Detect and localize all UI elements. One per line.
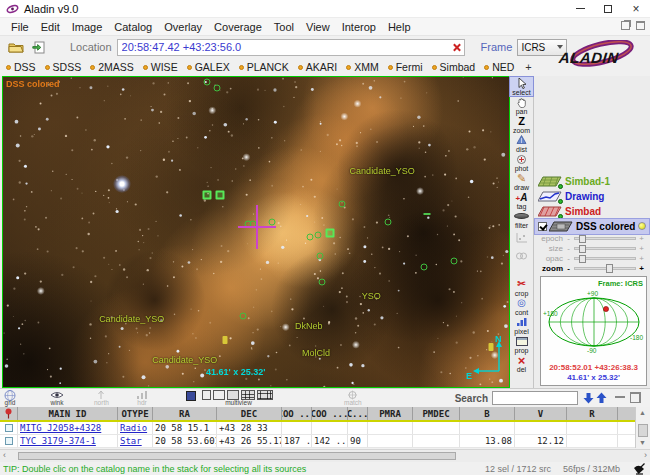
pin-icon[interactable] — [0, 407, 18, 420]
sky-sphere[interactable]: +90 -90 +180 -180 — [543, 288, 646, 354]
epoch-slider-thumb[interactable] — [579, 235, 586, 243]
survey-tab-sdss[interactable]: SDSS — [45, 61, 82, 73]
source-marker[interactable] — [214, 84, 221, 91]
tool-select[interactable]: select — [510, 77, 533, 96]
menu-tool[interactable]: Tool — [268, 21, 300, 33]
menu-help[interactable]: Help — [382, 21, 417, 33]
view-2-icon[interactable] — [213, 390, 225, 400]
survey-tab-wise[interactable]: WISE — [143, 61, 178, 73]
column-header[interactable]: PMDEC — [413, 407, 460, 420]
action-del[interactable]: ×del — [510, 354, 533, 373]
tool-tag[interactable]: +Atag — [510, 191, 533, 210]
tool-draw[interactable]: ✎draw — [510, 172, 533, 191]
source-marker[interactable] — [451, 257, 458, 264]
restore-window-icon[interactable] — [621, 21, 630, 30]
search-input[interactable] — [492, 391, 578, 405]
maximize-window-icon[interactable] — [636, 21, 645, 30]
table-row[interactable]: MITG J2058+4328 Radio 20 58 15.1 +43 28 … — [0, 422, 635, 435]
source-marker[interactable] — [384, 219, 391, 226]
table-vertical-scrollbar[interactable]: ▲ ▼ — [635, 407, 650, 448]
scroll-left-icon[interactable]: ‹ — [3, 451, 6, 460]
survey-tab-xmm[interactable]: XMM — [346, 61, 379, 73]
otype-link[interactable]: Star — [120, 436, 142, 446]
column-header[interactable]: COO ... — [312, 407, 348, 420]
action-prop[interactable]: prop — [510, 335, 533, 354]
source-marker[interactable] — [306, 233, 313, 240]
close-button[interactable]: × — [622, 0, 650, 17]
column-header[interactable]: PMRA — [368, 407, 413, 420]
sky-view[interactable]: DSS colored 41.61' x 25.32' N E Candidat… — [2, 76, 510, 388]
opac-slider-track[interactable] — [574, 257, 636, 260]
table-row[interactable]: TYC 3179-374-1 Star 20 58 53.601 +43 26 … — [0, 435, 635, 448]
tool-phot[interactable]: phot — [510, 153, 533, 172]
column-header[interactable]: RA — [153, 407, 217, 420]
hscroll-thumb[interactable] — [18, 452, 456, 460]
layer-simbad-1[interactable]: Simbad-1 — [535, 174, 649, 189]
action-pixel[interactable]: pixel — [510, 316, 533, 335]
scroll-down-icon[interactable]: ▼ — [639, 439, 646, 446]
source-marker[interactable] — [223, 336, 228, 344]
column-header[interactable]: B — [460, 407, 515, 420]
survey-tab-dss[interactable]: DSS — [6, 61, 36, 73]
size-slider-track[interactable] — [574, 247, 636, 250]
load-file-icon[interactable] — [32, 41, 46, 54]
north-button[interactable]: north — [94, 390, 109, 407]
detach-table-button[interactable] — [630, 392, 641, 403]
column-header[interactable]: R — [567, 407, 618, 420]
samp-antenna-icon[interactable] — [632, 463, 646, 475]
zoom-slider-track[interactable] — [574, 267, 636, 270]
source-marker[interactable] — [239, 313, 246, 320]
tool-filter[interactable]: filter — [510, 210, 533, 229]
search-prev-button[interactable] — [596, 392, 607, 406]
source-marker[interactable] — [216, 191, 225, 200]
multiview-buttons[interactable]: multiview — [202, 390, 275, 407]
tool-zoom[interactable]: Zzoom — [510, 115, 533, 134]
zoom-slider-thumb[interactable] — [606, 264, 613, 273]
source-link[interactable]: MITG J2058+4328 — [20, 423, 101, 433]
vscroll-thumb[interactable] — [638, 424, 648, 437]
action-cont[interactable]: ◎cont — [510, 297, 533, 316]
source-marker[interactable] — [423, 213, 430, 215]
survey-tab-simbad[interactable]: Simbad — [432, 61, 476, 73]
minimize-button[interactable] — [566, 0, 594, 17]
open-folder-icon[interactable] — [8, 41, 24, 53]
survey-tab-planck[interactable]: PLANCK — [239, 61, 289, 73]
menu-catalog[interactable]: Catalog — [108, 21, 158, 33]
clear-location-icon[interactable] — [452, 43, 461, 52]
row-checkbox[interactable] — [0, 435, 18, 447]
source-marker[interactable] — [318, 278, 325, 285]
hdr-button[interactable]: hdr — [136, 390, 148, 407]
survey-tab-akari[interactable]: AKARI — [298, 61, 338, 73]
column-header[interactable]: C... — [348, 407, 368, 420]
survey-tab-2mass[interactable]: 2MASS — [90, 61, 134, 73]
row-checkbox[interactable] — [0, 422, 18, 434]
menu-interop[interactable]: Interop — [336, 21, 382, 33]
layer-simbad[interactable]: Simbad — [535, 204, 649, 219]
add-survey-button[interactable]: + — [525, 61, 531, 73]
location-input[interactable] — [117, 39, 465, 56]
survey-tab-fermi[interactable]: Fermi — [388, 61, 423, 73]
column-header[interactable]: OTYPE — [118, 407, 153, 420]
size-slider-thumb[interactable] — [579, 245, 586, 253]
source-marker[interactable] — [203, 191, 212, 200]
otype-link[interactable]: Radio — [120, 423, 147, 433]
tool-dist[interactable]: dist — [510, 134, 533, 153]
source-link[interactable]: TYC 3179-374-1 — [20, 436, 96, 446]
source-marker[interactable] — [314, 232, 321, 239]
layer-checkbox[interactable] — [538, 222, 547, 231]
layer-dss-colored[interactable]: DSS colored — [535, 219, 649, 234]
match-button[interactable]: match — [344, 390, 362, 407]
mdi-window-controls[interactable] — [621, 21, 645, 30]
survey-tab-galex[interactable]: GALEX — [187, 61, 230, 73]
menu-image[interactable]: Image — [66, 21, 109, 33]
wink-button[interactable]: wink — [50, 390, 64, 407]
menu-overlay[interactable]: Overlay — [158, 21, 208, 33]
collapse-table-button[interactable] — [615, 396, 625, 398]
layer-drawing[interactable]: Drawing — [535, 189, 649, 204]
column-header[interactable]: MAIN ID — [18, 407, 118, 420]
table-horizontal-scrollbar[interactable]: ‹ › — [0, 449, 650, 462]
action-crop[interactable]: ✂crop — [510, 278, 533, 297]
grid-button[interactable]: grid — [4, 390, 16, 407]
tool-pan[interactable]: pan — [510, 96, 533, 115]
survey-tab-ned[interactable]: NED — [484, 61, 514, 73]
